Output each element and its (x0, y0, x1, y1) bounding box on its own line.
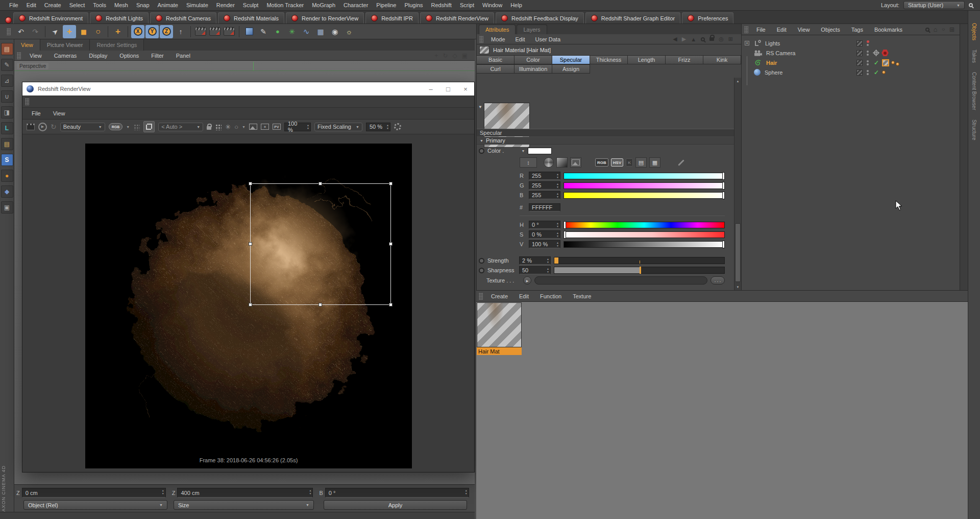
material-menu-item[interactable]: Function (534, 293, 567, 299)
snapshot-icon[interactable] (27, 124, 35, 130)
menubar-item[interactable]: MoGraph (308, 2, 339, 8)
grid-icon[interactable] (215, 124, 222, 130)
camera-button[interactable]: ◉ (328, 25, 341, 38)
magnet-tool-icon[interactable]: ∪ (1, 90, 13, 103)
region-handle[interactable] (389, 303, 393, 306)
red-slider[interactable] (564, 173, 725, 179)
new-panel-icon[interactable]: ⊞ (728, 36, 733, 42)
hsv-mode-button[interactable]: HSV (611, 158, 623, 167)
object-row-lights[interactable]: + Lights (742, 38, 960, 48)
material-item[interactable]: Hair Mat (477, 302, 522, 355)
material-tag-icon[interactable] (882, 70, 886, 74)
redshift-toolbar-button[interactable]: Redshift Environment (13, 12, 88, 23)
viewport-camera-label[interactable]: Perspective (17, 63, 48, 69)
coordinate-system-toggle[interactable]: ↑ (174, 25, 187, 38)
render-to-picture-viewer-button[interactable] (208, 25, 222, 38)
new-panel-icon[interactable]: ⊞ (949, 26, 954, 33)
region-handle[interactable] (249, 242, 252, 246)
menubar-item[interactable]: Tools (89, 2, 110, 8)
redshift-toolbar-button[interactable]: Preferences (682, 12, 733, 23)
object-manager-menu-item[interactable]: Objects (815, 27, 845, 33)
zoom-level-field[interactable]: 100 %▲▼ (284, 123, 311, 131)
visibility-dots[interactable] (865, 40, 870, 46)
coord-field-b[interactable]: 0 °▲▼ (325, 488, 469, 498)
menubar-item[interactable]: Script (456, 2, 478, 8)
slider-handle[interactable] (722, 182, 725, 190)
eyedropper-icon[interactable] (678, 159, 684, 166)
viewport-tab[interactable]: Picture Viewer (40, 39, 90, 51)
redshift-toolbar-button[interactable]: Redshift RenderView (420, 12, 494, 23)
menubar-item[interactable]: Redshift (427, 2, 456, 8)
primary-subsection-header[interactable]: ▼ Primary (477, 137, 734, 145)
eye-filter-icon[interactable]: ○ (942, 27, 945, 32)
menubar-item[interactable]: Simulate (182, 2, 212, 8)
viewport-tab[interactable]: View (14, 39, 40, 51)
material-channel-tab[interactable]: Curl (476, 64, 514, 74)
material-menu-item[interactable]: Edit (513, 293, 534, 299)
paint-tool-icon[interactable]: ● (1, 170, 13, 182)
object-row-hair[interactable]: Hair ✓ (742, 58, 960, 67)
orbit-view-icon[interactable]: ↻ (443, 52, 448, 59)
menubar-item[interactable]: Help (506, 2, 526, 8)
region-render-button[interactable] (143, 121, 155, 132)
material-channel-tab[interactable]: Specular (552, 55, 590, 64)
y-axis-toggle[interactable]: Y (145, 25, 159, 38)
side-tab[interactable]: Structure (971, 120, 977, 140)
strength-slider[interactable] (554, 257, 725, 264)
collapse-preview-icon[interactable]: ▼ (478, 105, 482, 109)
target-icon[interactable]: ◎ (719, 36, 724, 42)
search-icon[interactable] (701, 37, 705, 41)
renderview-titlebar[interactable]: Redshift RenderView – □ × (22, 82, 474, 96)
menubar-item[interactable]: Window (478, 2, 506, 8)
region-handle[interactable] (318, 303, 322, 306)
material-channel-tab[interactable]: Length (627, 55, 666, 64)
material-channel-tab[interactable]: Frizz (665, 55, 703, 64)
zoom-view-icon[interactable]: ◇ (452, 52, 457, 59)
hair-material-tag-icon[interactable] (896, 62, 899, 66)
material-name-label[interactable]: Hair Mat (477, 347, 522, 355)
hair-material-tag-icon[interactable] (891, 61, 895, 64)
material-channel-tab[interactable]: Kink (703, 55, 741, 64)
add-cube-button[interactable] (242, 25, 256, 38)
object-row-rs-camera[interactable]: RS Camera (742, 48, 960, 58)
menubar-item[interactable]: Plugins (400, 2, 427, 8)
hue-value-field[interactable]: 0 °▲▼ (529, 221, 560, 229)
home-icon[interactable]: ⌂ (934, 26, 938, 33)
lock-icon[interactable] (207, 126, 211, 130)
green-slider[interactable] (564, 182, 725, 189)
side-tab[interactable]: Content Browser (971, 72, 977, 110)
snowflake-freeze-icon[interactable]: ✳ (225, 123, 231, 131)
value-slider[interactable] (564, 241, 725, 248)
viewport-menu-item[interactable]: Display (83, 53, 113, 59)
blue-value-field[interactable]: 255▲▼ (529, 191, 560, 199)
pen-tool-icon[interactable]: ✎ (1, 59, 13, 71)
renderview-menu-item[interactable]: View (47, 110, 71, 116)
region-tool-icon[interactable]: ◆ (1, 185, 13, 198)
keyframe-dot[interactable] (479, 268, 484, 273)
slider-handle[interactable] (722, 172, 725, 180)
red-value-field[interactable]: 255▲▼ (529, 172, 560, 180)
bodypaint-tool-icon[interactable]: ▤ (1, 43, 13, 55)
enabled-check-icon[interactable]: ✓ (873, 59, 880, 66)
swatches-mode-icon[interactable]: ▦ (649, 157, 660, 168)
sharpness-value-field[interactable]: 50▲▼ (519, 266, 551, 274)
redshift-toolbar-button[interactable]: Redshift Materials (218, 12, 284, 23)
side-tab[interactable]: Objects (971, 23, 977, 40)
material-channel-tab[interactable]: Thickness (590, 55, 628, 64)
enabled-check-icon[interactable]: ✓ (873, 69, 880, 76)
picture-viewer-icon[interactable]: PV (273, 124, 281, 130)
slider-handle[interactable] (640, 267, 641, 274)
saturation-slider[interactable] (564, 231, 725, 238)
visibility-dots[interactable] (865, 60, 870, 65)
region-handle[interactable] (389, 242, 393, 246)
menubar-item[interactable]: Sculpt (239, 2, 263, 8)
history-back-icon[interactable]: ◀ (673, 36, 677, 42)
search-icon[interactable] (925, 28, 929, 32)
undo-button[interactable]: ↶ (14, 25, 28, 38)
redshift-toolbar-button[interactable]: Redshift Feedback Display (496, 12, 584, 23)
green-value-field[interactable]: 255▲▼ (529, 181, 560, 190)
texture-browse-button[interactable]: . . . (710, 276, 725, 285)
image-icon[interactable] (249, 124, 257, 130)
panel-grip[interactable] (744, 26, 748, 33)
color-swatch[interactable] (528, 148, 552, 154)
